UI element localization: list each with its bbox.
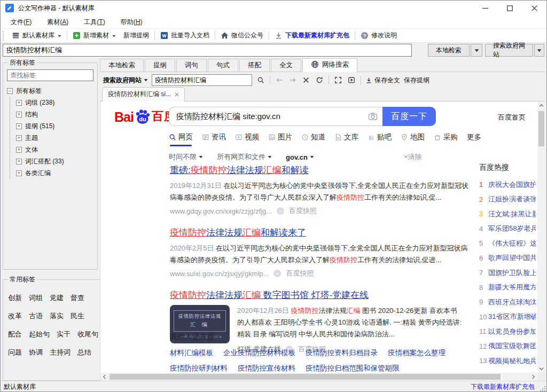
tree-item[interactable]: +词组 (238) [16,97,93,108]
common-tag[interactable]: 主持词 [50,346,71,359]
common-tag[interactable]: 改革 [8,310,22,323]
tree-item[interactable]: +主题 [16,132,93,144]
stop-icon[interactable] [301,75,311,85]
related-link[interactable]: 材料汇编模板 [170,348,213,358]
changelog-button[interactable]: ?修改说明 [357,29,401,42]
result-title-link[interactable]: 疫情防控法律法规汇编和解读来了 [170,227,473,239]
related-link[interactable]: 疫情档案怎么整理 [388,348,446,358]
common-tag[interactable]: 配合 [8,328,22,341]
add-material-button[interactable]: 新增素材 [69,29,120,42]
local-search-dropdown[interactable] [471,44,482,57]
hot-search-item[interactable]: 3汪文斌:抹黑让新 [479,207,536,222]
baidu-search-input[interactable] [169,107,382,126]
forward-icon[interactable] [288,75,298,85]
expand-icon[interactable]: + [16,159,22,164]
baidu-nav-资讯[interactable]: 资讯 [202,132,226,146]
tab-句式[interactable]: 句式 [208,59,238,72]
add-outline-button[interactable]: 新增提纲 [120,29,153,42]
tab-全文[interactable]: 全文 [271,59,301,72]
baidu-nav-采购[interactable]: 采购 [434,132,458,146]
related-link[interactable]: 企业疫情防控材料模板 [223,348,295,358]
collapse-icon[interactable]: − [7,88,13,94]
wechat-account-button[interactable]: 微信公众号 [217,29,267,42]
search-engine-button[interactable]: 搜索政府网站 [103,76,148,85]
menu-item-F[interactable]: 文件(F) [6,16,38,28]
status-download-link[interactable]: 下载最新素材库扩充包 [471,382,535,391]
save-fulltext-button[interactable]: 保存全文 [365,76,400,85]
baidu-nav-更多[interactable]: 更多 [467,132,481,146]
baidu-cache-link[interactable]: 百度快照 [289,206,317,216]
menu-item-T[interactable]: 工具(T) [79,16,111,28]
hot-search-item[interactable]: 4军乐团58岁老兵 [479,222,536,237]
tree-root[interactable]: −所有标签 [7,85,93,97]
fullscreen-icon[interactable] [333,75,343,85]
baidu-search-button[interactable]: 百度一下 [382,107,436,126]
common-tag[interactable]: 落实 [50,310,64,323]
hot-search-item[interactable]: 12俄国宝级歌舞团 [479,339,536,354]
camera-icon[interactable] [368,112,378,123]
scroll-up-icon[interactable] [537,101,545,109]
menu-item-A[interactable]: 素材(A) [42,16,75,28]
common-tag[interactable]: 总结 [77,346,91,359]
hot-search-item[interactable]: 2江姐扮演者谈张桂 [479,192,536,207]
maximize-button[interactable] [497,1,522,15]
vertical-scroll-thumb[interactable] [538,111,544,146]
download-pack-button[interactable]: 下载最新素材库扩充包 [271,29,353,42]
expand-icon[interactable]: + [16,100,22,106]
find-tag-input[interactable] [7,69,93,81]
clear-filters-link[interactable]: ×清除 [404,152,422,162]
gov-search-button[interactable]: 搜索政府网站 [485,44,533,57]
baidu-nav-地图[interactable]: 地图 [401,132,425,146]
hot-search-item[interactable]: 11以党员身份参加 [479,324,536,339]
hot-search-item[interactable]: 13视频揭秘礼炮兵 [479,354,536,369]
common-tag[interactable]: 督查 [71,292,84,304]
refresh-icon[interactable] [315,75,324,85]
tree-item[interactable]: +词汇搭配 (33) [16,155,93,167]
common-tag[interactable]: 词组 [29,292,43,304]
search-icon[interactable] [256,75,265,85]
hot-search-item[interactable]: 5《伟大征程》这 [479,236,536,251]
tab-本地检索[interactable]: 本地检索 [100,59,144,72]
common-tag[interactable]: 问题 [8,346,22,359]
expand-icon[interactable]: + [16,112,22,117]
tree-item[interactable]: +各类汇编 [16,167,93,179]
related-link[interactable]: 疫情防控宣传材料 [238,364,295,373]
open-in-window-icon[interactable] [347,75,356,85]
baidu-nav-网页[interactable]: 网页 [169,132,193,146]
related-link[interactable]: 疫情防控研判材料 [170,364,228,373]
tab-搭配[interactable]: 搭配 [239,59,270,72]
expand-icon[interactable]: + [16,135,22,141]
baidu-nav-文库[interactable]: 文库 [334,132,358,146]
common-tag[interactable]: 起始句 [29,328,50,341]
menu-item-H[interactable]: 帮助(H) [116,16,149,28]
baidu-nav-贴吧[interactable]: 贴贴吧 [368,132,392,146]
filter-所有网页和文件[interactable]: 所有网页和文件 [217,152,272,162]
close-button[interactable] [522,1,546,15]
baidu-nav-知道[interactable]: ?知道 [301,132,325,146]
filter-时间不限[interactable]: 时间不限 [169,152,203,162]
scroll-left-icon[interactable] [100,373,108,381]
hot-search-item[interactable]: 1庆祝大会国旗护卫 [479,177,536,192]
common-tag[interactable]: 古语 [29,310,43,323]
local-search-button[interactable]: 本地检索 [428,44,470,57]
hot-search-item[interactable]: 6歌声回望中国共 [479,251,536,266]
keyword-input[interactable] [3,44,412,57]
tab-close-icon[interactable] [175,91,179,98]
hot-search-item[interactable]: 8新疆大爷用魔方 [479,280,536,295]
related-link[interactable]: 疫情防控归档范围和保管期限 [306,364,400,373]
tree-item[interactable]: +提纲 (515) [16,120,93,132]
batch-import-button[interactable]: W批量导入文档 [157,29,213,42]
gov-search-dropdown[interactable] [534,44,544,57]
expand-icon[interactable]: + [16,123,22,129]
hot-search-item[interactable]: 7国旗护卫队脸上 [479,265,536,280]
result-url[interactable]: www.gdqy.gov.cn/xxgk/zzjg/zfjg... [170,207,272,215]
scroll-down-icon[interactable] [537,365,545,373]
baidu-nav-视频[interactable]: 视频 [235,132,259,146]
browser-query-input[interactable] [152,74,252,86]
browser-page-tab[interactable]: 疫情防控材料汇编 si... [102,87,185,101]
scroll-right-icon[interactable] [529,373,537,381]
back-icon[interactable] [275,75,284,85]
hot-search-item[interactable]: 9西班牙点球淘汰 [479,295,536,310]
common-tag[interactable]: 实干 [57,328,71,341]
tab-网络搜索[interactable]: 网络搜索 [302,58,357,72]
